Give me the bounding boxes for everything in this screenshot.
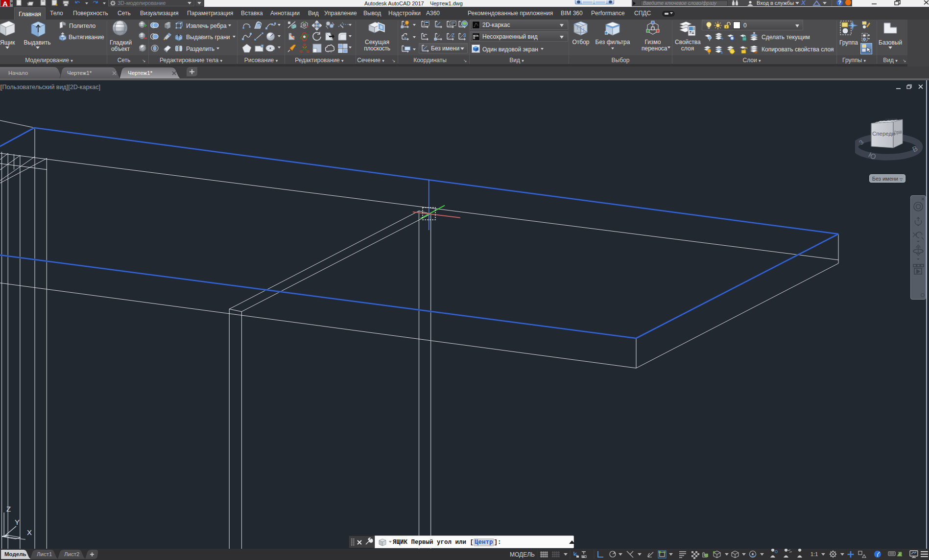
svg-text:X: X: [27, 528, 32, 537]
svg-text:Справа: Справа: [894, 128, 902, 136]
svg-text:Модель: Модель: [4, 551, 26, 557]
svg-text:Y: Y: [15, 518, 20, 526]
svg-text:x: x: [404, 36, 406, 41]
svg-text:Начало: Начало: [8, 70, 28, 76]
svg-text:1:1: 1:1: [810, 551, 818, 557]
svg-text:Z: Z: [6, 505, 11, 513]
svg-text:Лист1: Лист1: [37, 551, 52, 557]
svg-text:Z: Z: [452, 33, 454, 38]
svg-text:Спереди: Спереди: [872, 131, 895, 137]
svg-text:Лист2: Лист2: [64, 551, 79, 557]
svg-text:Чертеж1*: Чертеж1*: [67, 70, 92, 76]
svg-text:3: 3: [463, 33, 466, 38]
svg-text:Чертеж1*: Чертеж1*: [128, 70, 153, 76]
